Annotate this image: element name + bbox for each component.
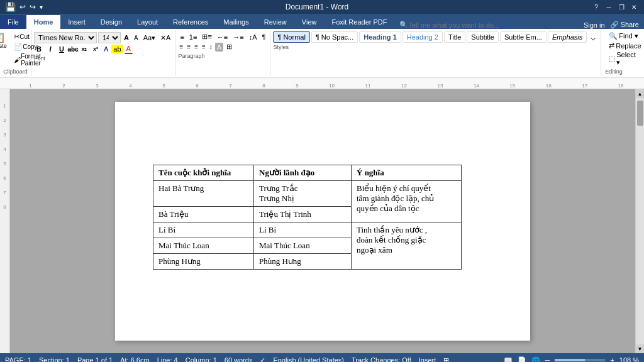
replace-button[interactable]: ⇄ Replace: [605, 41, 644, 50]
align-right-button[interactable]: ≡: [193, 43, 199, 51]
vertical-scrollbar[interactable]: ▲ ▼: [635, 89, 644, 353]
text-effect-button[interactable]: A: [102, 45, 110, 53]
tab-view[interactable]: View: [294, 15, 325, 29]
document-page: Tên cuộc khởi nghĩa Người lãnh đạo Ý ngh…: [115, 102, 530, 341]
view-web-button[interactable]: 🌐: [531, 356, 540, 363]
style-heading2[interactable]: Heading 2: [402, 31, 443, 43]
change-case-button[interactable]: Aa▾: [142, 33, 157, 43]
select-icon: ⬚: [609, 55, 615, 63]
view-read-button[interactable]: 📖: [504, 356, 513, 363]
paste-button[interactable]: 📋 Paste: [0, 31, 11, 67]
view-print-button[interactable]: 📄: [518, 356, 526, 363]
style-emphasis[interactable]: Emphasis: [548, 31, 587, 43]
scroll-down-button[interactable]: ▼: [636, 344, 645, 353]
font-size-select[interactable]: 14: [98, 32, 121, 43]
italic-button[interactable]: I: [45, 44, 55, 54]
style-subtitle[interactable]: Subtitle: [467, 31, 499, 43]
bullets-button[interactable]: ≡: [178, 33, 186, 41]
zoom-slider[interactable]: [555, 359, 605, 361]
table-row: Lí Bí Lí Bí Tinh thần yêu nước ,đoàn kết…: [153, 222, 462, 238]
cell-row3-col1: Lí Bí: [153, 222, 254, 238]
tab-mailings[interactable]: Mailings: [216, 15, 256, 29]
tab-file[interactable]: File: [0, 15, 26, 29]
increase-indent-button[interactable]: →≡: [231, 33, 245, 41]
scroll-up-button[interactable]: ▲: [636, 89, 645, 98]
decrease-indent-button[interactable]: ←≡: [215, 33, 230, 41]
show-hide-button[interactable]: ¶: [260, 33, 268, 41]
cell-row1-col3: Biểu hiện ý chí quyếttâm giành độc lập, …: [352, 181, 462, 222]
font-grow-button[interactable]: A: [122, 33, 131, 42]
status-at: At: 6.6cm: [120, 356, 149, 363]
style-heading1[interactable]: Heading 1: [359, 31, 401, 43]
numbering-button[interactable]: 1≡: [187, 33, 199, 41]
share-button[interactable]: 🔗 Share: [610, 21, 639, 29]
cell-row2-col1: Bà Triệu: [153, 207, 254, 222]
font-name-select[interactable]: Times New Ro...: [34, 32, 97, 43]
font-color-button[interactable]: A: [125, 44, 133, 54]
sort-button[interactable]: ↕A: [247, 33, 259, 41]
borders-button[interactable]: ⊞: [225, 42, 234, 52]
font-shrink-button[interactable]: A: [132, 34, 140, 42]
align-left-button[interactable]: ≡: [178, 43, 184, 51]
style-subtle-em[interactable]: Subtle Em...: [500, 31, 547, 43]
tab-references[interactable]: References: [165, 15, 216, 29]
status-right: 📖 📄 🌐 ─ + 108 %: [504, 356, 639, 363]
ribbon-search-input[interactable]: [408, 21, 509, 29]
paste-icon: 📋: [0, 33, 6, 43]
styles-more-button[interactable]: ⌵: [588, 32, 598, 42]
superscript-button[interactable]: x²: [91, 44, 101, 54]
multilevel-button[interactable]: ⊞≡: [200, 32, 213, 41]
style-normal[interactable]: ¶ Normal: [273, 31, 309, 43]
window-restore[interactable]: ❐: [616, 2, 626, 12]
styles-label: Styles: [273, 44, 289, 50]
window-help[interactable]: ?: [591, 2, 601, 12]
strikethrough-button[interactable]: abc: [68, 44, 78, 54]
window-close[interactable]: ✕: [629, 2, 639, 12]
signin-button[interactable]: Sign in: [584, 21, 605, 29]
cell-row2-col2: Triệu Thị Trinh: [254, 207, 352, 222]
tab-home[interactable]: Home: [26, 15, 61, 29]
window-minimize[interactable]: ─: [604, 2, 614, 12]
cell-row3-col2: Lí Bí: [254, 222, 352, 238]
bold-button[interactable]: B: [34, 44, 44, 54]
style-no-space[interactable]: ¶ No Spac...: [311, 31, 358, 43]
quick-save[interactable]: ↩: [19, 3, 26, 11]
justify-button[interactable]: ≡: [201, 43, 207, 51]
title-bar: 💾 ↩ ↪ ▾ Document1 - Word ? ─ ❐ ✕: [0, 0, 644, 14]
scroll-thumb[interactable]: [637, 101, 643, 126]
cell-row1-col2: Trưng TrắcTrưng Nhị: [254, 181, 352, 207]
tab-insert[interactable]: Insert: [60, 15, 93, 29]
status-left: PAGE: 1 Section: 1 Page 1 of 1 At: 6.6cm…: [5, 356, 449, 363]
clipboard-label: Clipboard: [3, 69, 28, 75]
tab-layout[interactable]: Layout: [130, 15, 165, 29]
select-button[interactable]: ⬚ Select ▾: [605, 50, 644, 67]
cell-row3-col3: Tinh thần yêu nước ,đoàn kết chống giặcn…: [352, 222, 462, 270]
tab-foxit[interactable]: Foxit Reader PDF: [324, 15, 394, 29]
subscript-button[interactable]: x₂: [79, 44, 89, 54]
header-col1: Tên cuộc khởi nghĩa: [153, 165, 254, 181]
status-track: Track Changes: Off: [352, 356, 411, 363]
font-label: Font: [34, 55, 172, 62]
status-words: 60 words: [225, 356, 253, 363]
quick-undo[interactable]: ↪: [30, 3, 36, 11]
clear-format-button[interactable]: ✕A: [158, 33, 172, 43]
line-spacing-button[interactable]: ↕: [208, 43, 214, 51]
status-pageof: Page 1 of 1: [77, 356, 113, 363]
document-area[interactable]: Tên cuộc khởi nghĩa Người lãnh đạo Ý ngh…: [10, 89, 635, 353]
tab-review[interactable]: Review: [257, 15, 294, 29]
underline-button[interactable]: U: [57, 44, 67, 54]
zoom-out-button[interactable]: ─: [545, 356, 550, 362]
editing-group: 🔍 Find ▾ ⇄ Replace ⬚ Select ▾ Editing: [601, 30, 644, 76]
find-button[interactable]: 🔍 Find ▾: [605, 31, 644, 41]
cell-row4-col2: Mai Thúc Loan: [254, 238, 352, 254]
zoom-in-button[interactable]: +: [610, 356, 614, 362]
status-bar: PAGE: 1 Section: 1 Page 1 of 1 At: 6.6cm…: [0, 353, 644, 362]
style-title[interactable]: Title: [444, 31, 465, 43]
window-controls: ? ─ ❐ ✕: [591, 2, 639, 12]
align-center-button[interactable]: ≡: [186, 43, 192, 51]
status-page: PAGE: 1: [5, 356, 31, 363]
shading-button[interactable]: A: [215, 43, 223, 52]
text-highlight-button[interactable]: ab: [111, 45, 123, 53]
cut-icon: ✂: [14, 33, 19, 41]
tab-design[interactable]: Design: [93, 15, 130, 29]
